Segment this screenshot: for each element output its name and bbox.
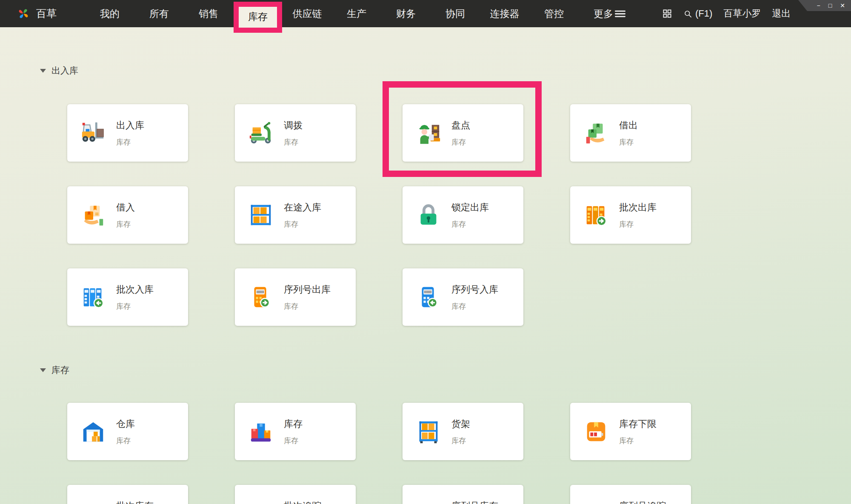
card-text: 批次出库库存: [619, 201, 657, 229]
search-hotkey-label: (F1): [695, 8, 712, 19]
card-title: 出入库: [116, 119, 144, 132]
batch-out-icon: [583, 202, 609, 228]
lock-icon: [415, 202, 442, 228]
batch-stock-icon: [80, 501, 106, 504]
card-title: 批次库存: [116, 500, 154, 504]
nav-tab-label: 我的: [100, 7, 120, 20]
card-text: 序列号追踪库存: [619, 500, 666, 504]
card-title: 序列号出库: [284, 283, 331, 296]
card-title: 在途入库: [284, 201, 321, 214]
search-shortcut[interactable]: (F1): [683, 8, 712, 19]
card-text: 序列号库存库存: [451, 500, 498, 504]
card-subtitle: 库存: [619, 219, 657, 229]
app-card-lend-out[interactable]: 借出库存: [570, 104, 691, 162]
app-card-shelf[interactable]: 货架库存: [403, 403, 523, 460]
app-card-warehouse[interactable]: 仓库库存: [67, 403, 188, 460]
card-title: 序列号入库: [451, 283, 498, 296]
card-title: 货架: [451, 418, 470, 430]
card-title: 仓库: [116, 418, 135, 430]
app-card-batch-stock[interactable]: 批次库存库存: [67, 485, 188, 504]
app-card-serial-trace[interactable]: 序列号追踪库存: [570, 485, 691, 504]
card-subtitle: 库存: [284, 137, 303, 147]
card-title: 借入: [116, 201, 135, 214]
nav-tab-label: 连接器: [490, 7, 520, 20]
nav-tab-7[interactable]: 协同: [431, 0, 480, 27]
brand-pinwheel-icon: [16, 6, 31, 21]
card-title: 批次追踪: [284, 500, 321, 504]
card-title: 批次出库: [619, 201, 657, 214]
card-text: 序列号出库库存: [284, 283, 331, 311]
nav-right-group: (F1) 百草小罗 退出: [662, 0, 791, 27]
card-title: 批次入库: [116, 283, 154, 296]
nav-tab-0[interactable]: 我的: [85, 0, 134, 27]
app-card-batch-in[interactable]: 批次入库库存: [67, 268, 188, 326]
section-title: 库存: [51, 364, 69, 376]
logout-button[interactable]: 退出: [772, 7, 791, 20]
nav-tab-label: 销售: [199, 7, 218, 20]
transit-rack-icon: [248, 202, 274, 228]
nav-tab-6[interactable]: 财务: [381, 0, 431, 27]
nav-tab-4[interactable]: 供应链: [283, 0, 332, 27]
card-subtitle: 库存: [116, 302, 154, 311]
card-subtitle: 库存: [619, 137, 638, 147]
app-card-serial-out[interactable]: 序列号出库库存: [235, 268, 356, 326]
nav-tab-label: 生产: [347, 7, 366, 20]
lend-out-icon: [583, 120, 609, 146]
app-card-lock[interactable]: 锁定出库库存: [403, 186, 523, 244]
maximize-icon[interactable]: □: [828, 3, 832, 9]
card-title: 锁定出库: [451, 201, 489, 214]
card-text: 出入库库存: [116, 119, 144, 147]
card-text: 货架库存: [451, 418, 470, 446]
app-card-stocktake[interactable]: 盘点库存: [403, 104, 523, 162]
card-title: 库存: [284, 418, 303, 430]
batch-in-icon: [80, 284, 106, 310]
stocktake-icon: [415, 120, 442, 146]
card-text: 调拨库存: [284, 119, 303, 147]
app-card-borrow-in[interactable]: 借入库存: [67, 186, 188, 244]
app-card-scooter[interactable]: 调拨库存: [235, 104, 356, 162]
app-card-forklift[interactable]: 出入库库存: [67, 104, 188, 162]
nav-tab-9[interactable]: 管控: [529, 0, 579, 27]
card-grid-inventory: 仓库库存库存库存货架库存库存下限库存批次库存库存批次追踪库存序列号库存库存序列号…: [67, 403, 691, 504]
card-subtitle: 库存: [116, 219, 135, 229]
app-card-stock[interactable]: 库存库存: [235, 403, 356, 460]
window-controls: − □ ✕: [798, 0, 851, 11]
card-text: 库存下限库存: [619, 418, 657, 446]
card-text: 批次库存库存: [116, 500, 154, 504]
app-grid-icon[interactable]: [662, 9, 672, 19]
serial-out-icon: [248, 284, 274, 310]
app-card-batch-trace[interactable]: 批次追踪库存: [235, 485, 356, 504]
card-title: 盘点: [451, 119, 470, 132]
stock-min-icon: [583, 419, 609, 445]
warehouse-icon: [80, 419, 106, 445]
batch-trace-icon: [248, 501, 274, 504]
nav-tab-1[interactable]: 所有: [134, 0, 184, 27]
minimize-icon[interactable]: −: [817, 3, 820, 9]
card-text: 序列号入库库存: [451, 283, 498, 311]
serial-in-icon: [415, 284, 442, 310]
app-card-stock-min[interactable]: 库存下限库存: [570, 403, 691, 460]
nav-tab-8[interactable]: 连接器: [480, 0, 529, 27]
app-card-serial-stock[interactable]: 序列号库存库存: [403, 485, 523, 504]
nav-tab-5[interactable]: 生产: [332, 0, 381, 27]
collapse-triangle-icon[interactable]: [40, 69, 46, 73]
nav-tab-label: 管控: [544, 7, 564, 20]
more-hamburger-icon[interactable]: [614, 10, 626, 18]
card-title: 序列号库存: [451, 500, 498, 504]
app-card-serial-in[interactable]: 序列号入库库存: [403, 268, 523, 326]
nav-tab-label: 财务: [396, 7, 416, 20]
stock-icon: [248, 419, 274, 445]
close-icon[interactable]: ✕: [840, 3, 845, 9]
app-card-transit-rack[interactable]: 在途入库库存: [235, 186, 356, 244]
nav-tab-3[interactable]: 库存: [233, 0, 283, 27]
nav-tab-2[interactable]: 销售: [184, 0, 233, 27]
user-name[interactable]: 百草小罗: [723, 7, 761, 20]
card-text: 库存库存: [284, 418, 303, 446]
card-subtitle: 库存: [116, 137, 144, 147]
card-text: 批次入库库存: [116, 283, 154, 311]
nav-tab-label: 所有: [149, 7, 169, 20]
app-card-batch-out[interactable]: 批次出库库存: [570, 186, 691, 244]
nav-tab-label: 更多: [594, 7, 613, 20]
search-icon[interactable]: [683, 9, 692, 18]
collapse-triangle-icon[interactable]: [40, 368, 46, 372]
